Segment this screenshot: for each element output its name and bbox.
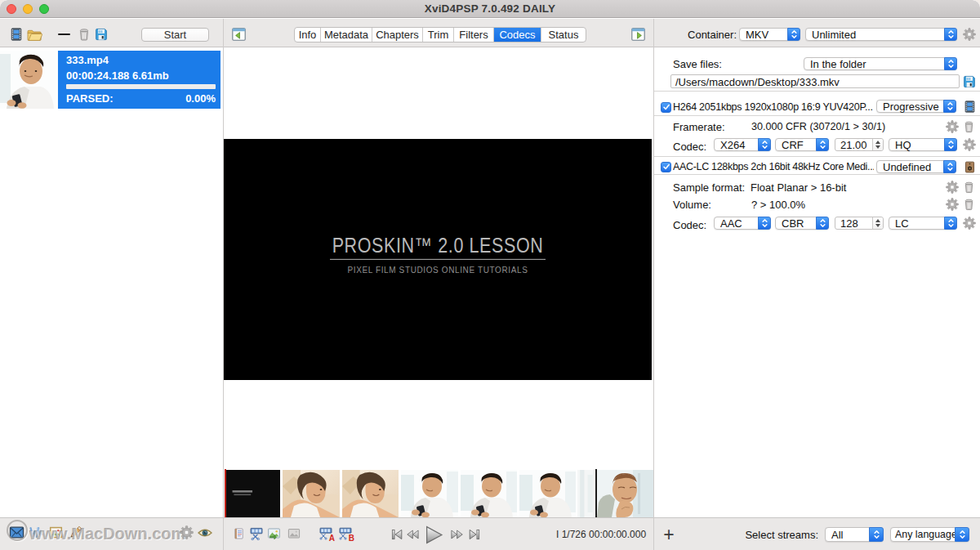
tab-filters[interactable]: Filters <box>454 28 494 42</box>
filmstrip-thumbnail-2[interactable] <box>283 470 340 517</box>
filmstrip[interactable] <box>224 469 653 517</box>
stepper-arrows-icon[interactable] <box>872 217 883 229</box>
filmstrip-thumbnail-3[interactable] <box>342 470 399 517</box>
dropdown-arrows-icon <box>758 138 771 151</box>
video-scan-dropdown[interactable]: Progressive <box>876 100 956 113</box>
separator <box>653 115 980 116</box>
tab-info[interactable]: Info <box>295 28 321 42</box>
app-window: XviD4PSP 7.0.492 DAILY Start Info Metada… <box>0 0 980 550</box>
play-button[interactable] <box>424 525 444 545</box>
cut-video-icon[interactable] <box>250 527 263 540</box>
tab-codecs[interactable]: Codecs <box>494 28 541 42</box>
stepper-arrows-icon[interactable] <box>872 139 883 150</box>
settings-pane <box>654 48 980 517</box>
tab-trim[interactable]: Trim <box>423 28 454 42</box>
container-settings-gear-icon[interactable] <box>963 28 976 41</box>
volume-gear-icon[interactable] <box>946 198 959 211</box>
filmstrip-thumbnail-7[interactable] <box>577 470 595 517</box>
rewind-button[interactable] <box>406 529 419 540</box>
filmstrip-thumbnail-4[interactable] <box>401 470 458 517</box>
sample-format-trash-icon[interactable] <box>963 181 975 194</box>
video-rate-mode-value: CRF <box>776 139 816 151</box>
open-video-icon[interactable] <box>10 28 23 41</box>
start-button[interactable]: Start <box>141 28 209 42</box>
framerate-gear-icon[interactable] <box>946 120 959 133</box>
volume-label: Volume: <box>673 199 711 211</box>
trash-icon[interactable] <box>78 28 91 41</box>
audio-codec-dropdown[interactable]: AAC <box>714 217 771 230</box>
streams-value: All <box>826 529 869 541</box>
framerate-reset-trash-icon[interactable] <box>963 120 975 133</box>
container-format-value: MKV <box>740 29 787 41</box>
separator <box>653 91 980 92</box>
save-path-browse-icon[interactable] <box>963 75 976 88</box>
video-stream-summary: H264 2051kbps 1920x1080p 16:9 YUV420P... <box>673 101 874 113</box>
audio-preset-value: LC <box>889 217 944 230</box>
video-preset-dropdown[interactable]: HQ <box>889 138 957 151</box>
tab-status[interactable]: Status <box>541 28 586 42</box>
save-mode-dropdown[interactable]: In the folder <box>804 57 957 70</box>
container-limit-dropdown[interactable]: Unlimited <box>805 28 957 41</box>
filmstrip-thumbnail-6[interactable] <box>519 470 577 517</box>
dropdown-arrows-icon <box>943 160 956 173</box>
dropdown-arrows-icon <box>944 217 957 230</box>
fast-forward-button[interactable] <box>451 529 464 540</box>
video-rate-value-stepper[interactable]: 21.00 <box>835 138 884 151</box>
video-codec-gear-icon[interactable] <box>963 138 976 151</box>
video-codec-label: Codec: <box>673 141 706 153</box>
left-pane-divider <box>223 19 224 550</box>
audio-codec-gear-icon[interactable] <box>963 217 976 230</box>
video-stream-checkbox[interactable] <box>661 102 671 113</box>
audio-rate-mode-dropdown[interactable]: CBR <box>775 217 829 230</box>
container-label: Container: <box>678 29 737 41</box>
volume-trash-icon[interactable] <box>963 198 975 211</box>
video-codec-dropdown[interactable]: X264 <box>714 138 771 151</box>
file-meta: 00:00:24.188 6.61mb <box>66 69 169 82</box>
preview-eye-icon[interactable] <box>198 528 212 538</box>
video-scan-value: Progressive <box>877 101 943 113</box>
right-pane-divider <box>653 19 654 550</box>
select-streams-label: Select streams: <box>742 529 818 541</box>
trim-start-icon[interactable]: A <box>319 527 334 541</box>
sample-format-gear-icon[interactable] <box>946 181 959 194</box>
watermark-text: www.MacDown.com <box>29 525 186 543</box>
dropdown-arrows-icon <box>816 138 829 151</box>
container-format-dropdown[interactable]: MKV <box>739 28 800 41</box>
preview-pane: PROSKIN™ 2.0 LESSON PIXEL FILM STUDIOS O… <box>224 48 653 517</box>
video-preview[interactable]: PROSKIN™ 2.0 LESSON PIXEL FILM STUDIOS O… <box>224 139 652 380</box>
container-limit-value: Unlimited <box>806 29 944 41</box>
audio-stream-checkbox[interactable] <box>661 162 671 172</box>
audio-rate-value-stepper[interactable]: 128 <box>835 217 884 230</box>
collapse-left-panel-icon[interactable] <box>232 28 246 41</box>
compare-frame-icon[interactable] <box>287 527 301 540</box>
streams-dropdown[interactable]: All <box>825 527 884 542</box>
log-icon[interactable] <box>233 527 245 540</box>
tab-metadata[interactable]: Metadata <box>321 28 372 42</box>
filmstrip-thumbnail-8[interactable] <box>597 470 654 517</box>
tab-chapters[interactable]: Chapters <box>372 28 423 42</box>
trim-end-icon[interactable]: B <box>339 527 354 541</box>
save-path-field[interactable]: /Users/macdown/Desktop/333.mkv <box>670 74 960 88</box>
separator <box>653 156 980 157</box>
titlebar[interactable]: XviD4PSP 7.0.492 DAILY <box>0 0 980 18</box>
volume-value: ? > 100.0% <box>751 199 805 211</box>
file-list-item[interactable]: 333.mp4 00:00:24.188 6.61mb PARSED: 0.00… <box>0 51 220 109</box>
playhead-marker <box>225 469 226 517</box>
go-to-start-button[interactable] <box>391 529 403 540</box>
video-rate-mode-dropdown[interactable]: CRF <box>775 138 829 151</box>
audio-language-dropdown[interactable]: Undefined <box>876 160 956 173</box>
go-to-end-button[interactable] <box>469 529 480 540</box>
keyframe-marker <box>595 469 597 517</box>
filmstrip-thumbnail-5[interactable] <box>461 470 518 517</box>
export-frame-icon[interactable] <box>267 527 281 540</box>
save-icon[interactable] <box>95 28 108 41</box>
filmstrip-thumbnail-1[interactable] <box>226 470 280 517</box>
settings-gear-icon[interactable] <box>180 525 194 539</box>
open-folder-icon[interactable] <box>26 29 43 42</box>
file-progress-label: PARSED: <box>66 92 114 105</box>
language-dropdown[interactable]: Any language <box>890 527 969 542</box>
dropdown-arrows-icon <box>944 28 957 41</box>
audio-preset-dropdown[interactable]: LC <box>889 217 957 230</box>
expand-right-panel-icon[interactable] <box>631 28 645 41</box>
add-stream-button[interactable]: + <box>660 522 678 547</box>
